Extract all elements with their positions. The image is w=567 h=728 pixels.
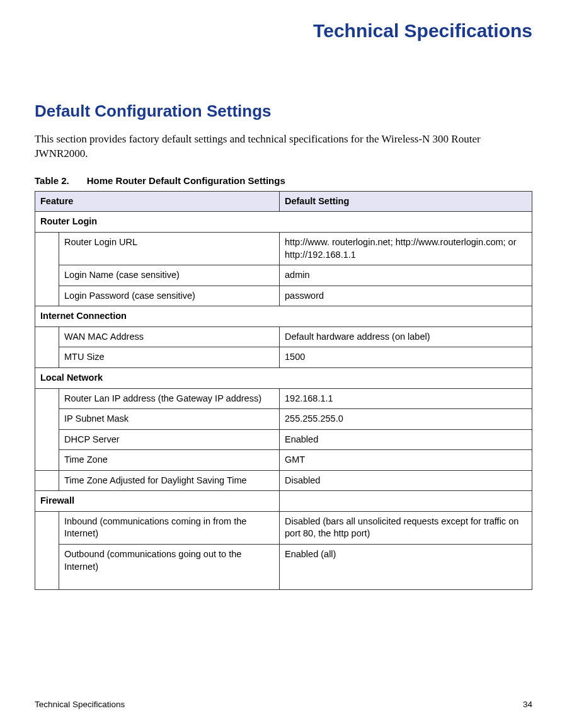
value-cell: Enabled (all) bbox=[280, 545, 532, 590]
feature-cell: WAN MAC Address bbox=[59, 326, 280, 347]
section-title: Default Configuration Settings bbox=[35, 101, 532, 121]
indent bbox=[35, 388, 59, 470]
header-default: Default Setting bbox=[280, 191, 532, 212]
table-title: Home Router Default Configuration Settin… bbox=[87, 175, 285, 186]
feature-cell: Login Password (case sensitive) bbox=[59, 286, 280, 306]
feature-cell: Time Zone bbox=[59, 450, 280, 471]
indent bbox=[35, 511, 59, 589]
value-cell: password bbox=[280, 286, 532, 306]
table-number: Table 2. bbox=[35, 175, 69, 186]
feature-cell: DHCP Server bbox=[59, 429, 280, 450]
section-name: Router Login bbox=[35, 212, 532, 233]
feature-cell: IP Subnet Mask bbox=[59, 409, 280, 430]
value-cell: admin bbox=[280, 265, 532, 286]
section-name: Internet Connection bbox=[35, 306, 532, 327]
value-cell: 1500 bbox=[280, 347, 532, 368]
feature-cell: Outbound (communications going out to th… bbox=[59, 545, 280, 590]
page-title: Technical Specifications bbox=[35, 20, 532, 42]
value-cell: 192.168.1.1 bbox=[280, 388, 532, 409]
intro-text: This section provides factory default se… bbox=[35, 132, 532, 161]
value-cell: Default hardware address (on label) bbox=[280, 326, 532, 347]
value-cell: 255.255.255.0 bbox=[280, 409, 532, 430]
feature-cell: Time Zone Adjusted for Daylight Saving T… bbox=[59, 470, 280, 491]
value-cell: GMT bbox=[280, 450, 532, 471]
feature-cell: Login Name (case sensitive) bbox=[59, 265, 280, 286]
indent bbox=[35, 233, 59, 306]
header-feature: Feature bbox=[35, 191, 280, 212]
section-name: Local Network bbox=[35, 367, 532, 388]
footer-page-number: 34 bbox=[523, 700, 532, 709]
feature-cell: Inbound (communications coming in from t… bbox=[59, 511, 280, 544]
footer-left: Technical Specifications bbox=[35, 700, 125, 709]
indent bbox=[35, 470, 59, 491]
value-cell: http://www. routerlogin.net; http://www.… bbox=[280, 233, 532, 265]
value-cell: Enabled bbox=[280, 429, 532, 450]
section-name: Firewall bbox=[35, 491, 280, 512]
table-caption: Table 2.Home Router Default Configuratio… bbox=[35, 175, 532, 186]
feature-cell: MTU Size bbox=[59, 347, 280, 368]
footer: Technical Specifications 34 bbox=[35, 700, 532, 709]
indent bbox=[35, 326, 59, 367]
feature-cell: Router Lan IP address (the Gateway IP ad… bbox=[59, 388, 280, 409]
feature-cell: Router Login URL bbox=[59, 233, 280, 265]
value-cell: Disabled bbox=[280, 470, 532, 491]
empty-cell bbox=[280, 491, 532, 512]
value-cell: Disabled (bars all unsolicited requests … bbox=[280, 511, 532, 544]
settings-table: Feature Default Setting Router Login Rou… bbox=[35, 191, 532, 590]
